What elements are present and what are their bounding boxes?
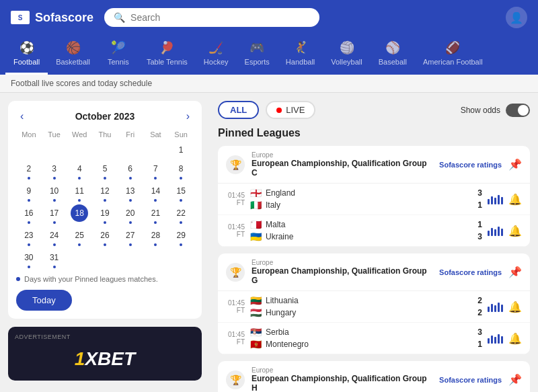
bell-icon[interactable]: 🔔 (508, 225, 522, 237)
cal-day-16[interactable]: 16 (16, 204, 42, 225)
cal-day-6[interactable]: 6 (118, 160, 143, 181)
team-name-1: England (266, 188, 470, 198)
cal-day-21[interactable]: 21 (143, 204, 169, 225)
nav-tab-volleyball[interactable]: 🏐Volleyball (323, 35, 370, 75)
cal-day-27[interactable]: 27 (118, 227, 143, 247)
cal-day-10[interactable]: 10 (42, 182, 67, 203)
cal-day-13[interactable]: 13 (118, 182, 143, 203)
today-button[interactable]: Today (16, 290, 72, 311)
cal-day-9[interactable]: 9 (16, 182, 42, 203)
match-row[interactable]: 01:45 FT 🏴󠁧󠁢󠁥󠁮󠁧󠁿 England 3 🇮🇹 Italy 1 🔔 (218, 184, 530, 215)
cal-day-11[interactable]: 11 (67, 182, 92, 203)
nav-tab-baseball[interactable]: ⚾Baseball (371, 35, 415, 75)
pin-icon-euro-qual-h[interactable]: 📌 (508, 373, 522, 386)
cal-day-3[interactable]: 3 (42, 160, 67, 181)
live-dot (276, 108, 282, 113)
cal-day-4[interactable]: 4 (67, 160, 92, 181)
cal-day-7[interactable]: 7 (143, 160, 169, 181)
volleyball-icon: 🏐 (340, 40, 354, 55)
match-time-block: 01:45 FT (226, 299, 245, 314)
calendar-prev-btn[interactable]: ‹ (16, 109, 28, 124)
cal-dot (104, 221, 106, 224)
filter-all-button[interactable]: ALL (218, 101, 259, 119)
cal-dot (53, 243, 56, 246)
bell-icon[interactable]: 🔔 (508, 193, 522, 206)
cal-day-17[interactable]: 17 (42, 204, 67, 225)
nav-tab-american-football[interactable]: 🏈American Football (415, 35, 491, 75)
stats-bars (488, 225, 503, 236)
score-1: 1 (474, 220, 482, 229)
search-input[interactable] (130, 12, 310, 23)
pin-icon-euro-qual-c[interactable]: 📌 (508, 158, 522, 171)
match-stats: 🔔 (488, 193, 522, 206)
cal-day-2[interactable]: 2 (16, 160, 42, 181)
nav-tab-table-tennis[interactable]: 🏓Table Tennis (139, 35, 196, 75)
cal-day-12[interactable]: 12 (92, 182, 118, 203)
cal-day-30[interactable]: 30 (16, 249, 42, 270)
ad-card: ADVERTISEMENT 1XBET (8, 327, 202, 381)
cal-day-19[interactable]: 19 (92, 204, 118, 225)
stats-bars (488, 301, 503, 312)
nav-tab-basketball[interactable]: 🏀Basketball (48, 35, 98, 75)
cal-day-20[interactable]: 20 (118, 204, 143, 225)
team-row-1: 🇱🇹 Lithuania 2 (250, 295, 482, 306)
match-row[interactable]: 01:45 FT 🇲🇹 Malta 1 🇺🇦 Ukraine 3 🔔 (218, 215, 530, 247)
cal-day-29[interactable]: 29 (168, 227, 194, 247)
team-name-1: Lithuania (266, 296, 470, 305)
cal-day-23[interactable]: 23 (16, 227, 42, 247)
pin-icon-euro-qual-g[interactable]: 📌 (508, 266, 522, 278)
cal-day-18[interactable]: 18 (67, 204, 92, 225)
cal-day-1[interactable]: 1 (168, 141, 194, 159)
search-bar[interactable]: 🔍 (104, 8, 319, 27)
league-info-euro-qual-c: Europe European Championship, Qualificat… (252, 151, 432, 178)
calendar-next-btn[interactable]: › (182, 109, 194, 124)
cal-dot (180, 199, 182, 202)
bell-icon[interactable]: 🔔 (508, 332, 522, 345)
cal-day-28[interactable]: 28 (143, 227, 169, 247)
stat-bar (488, 338, 490, 344)
team-flag-1: 🇷🇸 (250, 327, 262, 338)
search-icon: 🔍 (114, 12, 125, 23)
stat-bar (501, 305, 503, 312)
filter-live-button[interactable]: LIVE (266, 101, 315, 119)
nav-tab-esports[interactable]: 🎮Esports (237, 35, 278, 75)
hockey-label: Hockey (204, 58, 229, 66)
cal-day-14[interactable]: 14 (143, 182, 169, 203)
cal-day-31[interactable]: 31 (42, 249, 67, 270)
cal-dot (129, 243, 132, 246)
cal-day-22[interactable]: 22 (168, 204, 194, 225)
team-name-2: Ukraine (266, 232, 470, 241)
match-stats: 🔔 (488, 225, 522, 237)
stat-bar (494, 337, 496, 344)
sidebar: ‹ October 2023 › MonTueWedThuFriSatSun 1… (0, 93, 210, 392)
match-row[interactable]: 01:45 FT 🇱🇹 Lithuania 2 🇭🇺 Hungary 2 🔔 (218, 291, 530, 323)
odds-toggle[interactable] (506, 104, 530, 117)
cal-day-24[interactable]: 24 (42, 227, 67, 247)
cal-day-5[interactable]: 5 (92, 160, 118, 181)
baseball-label: Baseball (379, 58, 407, 66)
stat-bar (491, 196, 493, 204)
nav-tab-handball[interactable]: 🤾Handball (278, 35, 323, 75)
nav-tab-football[interactable]: ⚽Football (5, 35, 48, 75)
cal-day-empty (67, 141, 92, 159)
match-status: FT (237, 338, 245, 346)
stat-bar (488, 199, 490, 204)
cal-day-26[interactable]: 26 (92, 227, 118, 247)
cal-dot (78, 243, 81, 246)
stat-bar (488, 307, 490, 312)
ad-logo: 1XBET (75, 348, 135, 370)
cal-day-15[interactable]: 15 (168, 182, 194, 203)
bell-icon[interactable]: 🔔 (508, 301, 522, 313)
cal-day-25[interactable]: 25 (67, 227, 92, 247)
user-icon[interactable]: 👤 (506, 7, 527, 28)
nav-tab-tennis[interactable]: 🎾Tennis (98, 35, 139, 75)
subheader: Football live scores and today schedule (0, 75, 538, 93)
sofascore-rating-euro-qual-g: Sofascore ratings (439, 268, 502, 276)
league-card-euro-qual-c: 🏆 Europe European Championship, Qualific… (218, 146, 530, 247)
football-label: Football (13, 58, 40, 66)
team-row-2: 🇭🇺 Hungary 2 (250, 307, 482, 318)
cal-day-8[interactable]: 8 (168, 160, 194, 181)
nav-tab-hockey[interactable]: 🏒Hockey (196, 35, 237, 75)
match-teams: 🇱🇹 Lithuania 2 🇭🇺 Hungary 2 (250, 295, 482, 318)
match-row[interactable]: 01:45 FT 🇷🇸 Serbia 3 🇲🇪 Montenegro 1 🔔 (218, 323, 530, 354)
